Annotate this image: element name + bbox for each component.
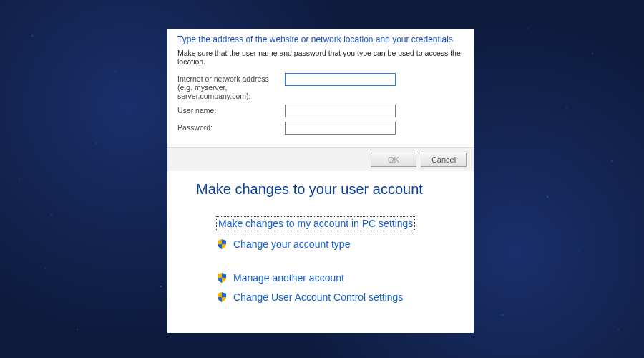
address-label: Internet or network address (e.g. myserv… [177, 73, 285, 100]
cancel-button[interactable]: Cancel [421, 153, 467, 167]
link-label: Change User Account Control settings [233, 291, 403, 304]
password-row: Password: [177, 122, 464, 135]
link-pc-settings[interactable]: Make changes to my account in PC setting… [216, 216, 457, 231]
address-input[interactable] [285, 73, 396, 86]
ok-button[interactable]: OK [371, 153, 416, 167]
credentials-dialog: Type the address of the website or netwo… [167, 29, 474, 147]
user-accounts-heading: Make changes to your user account [196, 181, 457, 198]
credentials-heading: Type the address of the website or netwo… [177, 34, 464, 44]
windows-panel: Type the address of the website or netwo… [167, 29, 474, 333]
shield-icon [216, 272, 228, 284]
username-row: User name: [177, 105, 464, 117]
desktop-background: Type the address of the website or netwo… [0, 0, 644, 358]
link-manage-another[interactable]: Manage another account [216, 272, 457, 284]
credentials-hint: Make sure that the user name and passwor… [177, 49, 464, 66]
username-input[interactable] [285, 105, 396, 117]
link-label: Manage another account [233, 272, 344, 284]
link-label: Make changes to my account in PC setting… [216, 216, 415, 231]
link-label: Change your account type [233, 238, 350, 251]
shield-icon [216, 238, 228, 250]
shield-icon [216, 291, 228, 303]
password-label: Password: [177, 122, 285, 132]
address-row: Internet or network address (e.g. myserv… [177, 73, 464, 100]
link-uac-settings[interactable]: Change User Account Control settings [216, 291, 457, 304]
link-change-type[interactable]: Change your account type [216, 238, 457, 251]
username-label: User name: [177, 105, 285, 115]
user-accounts-links: Make changes to my account in PC setting… [196, 216, 457, 303]
user-accounts-section: Make changes to your user account Make c… [167, 171, 474, 317]
password-input[interactable] [285, 122, 396, 135]
dialog-button-bar: OK Cancel [167, 147, 474, 171]
